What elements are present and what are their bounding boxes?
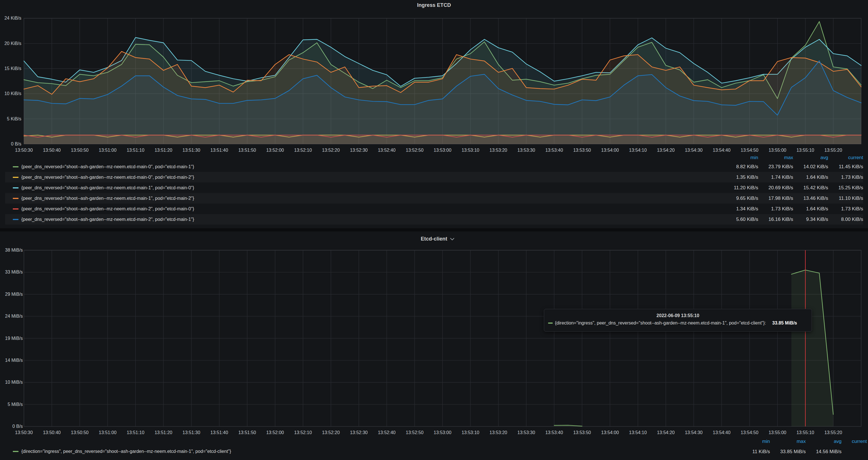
x-axis-tick-label: 13:50:40 <box>43 148 61 153</box>
x-axis-tick-label: 13:52:50 <box>406 148 424 153</box>
x-axis-tick-label: 13:54:30 <box>685 148 702 153</box>
legend-table: minmaxavgcurrent{direction="ingress", pe… <box>5 439 867 460</box>
legend-header-current[interactable]: current <box>828 155 863 161</box>
legend-header-avg[interactable]: avg <box>793 155 828 161</box>
x-axis-tick-label: 13:51:50 <box>238 148 256 153</box>
legend-stat-value: 8.00 KiB/s <box>828 214 863 224</box>
x-axis-tick-label: 13:53:00 <box>434 148 452 153</box>
legend-stat-value: 11.20 KiB/s <box>723 182 758 193</box>
x-axis-tick-label: 13:52:30 <box>350 430 368 435</box>
x-axis-tick-label: 13:54:50 <box>741 148 758 153</box>
legend-stat-value: 15.25 KiB/s <box>828 182 863 193</box>
legend-header-max[interactable]: max <box>758 155 793 161</box>
legend-stat-value: 1.64 KiB/s <box>793 172 828 182</box>
legend-row: {peer_dns_reversed="shoot--ash-garden--m… <box>5 161 863 172</box>
legend-series-dash-icon[interactable] <box>13 187 19 188</box>
x-axis-tick-label: 13:50:30 <box>15 148 33 153</box>
x-axis-tick-label: 13:52:30 <box>350 148 368 153</box>
y-axis-tick-label: 14 MiB/s <box>0 358 23 363</box>
legend-stat-value: 17.98 KiB/s <box>758 193 793 204</box>
x-axis-tick-label: 13:54:10 <box>629 430 647 435</box>
legend-stat-value: 1.73 KiB/s <box>828 172 863 182</box>
y-axis-tick-label: 0 B/s <box>0 142 21 146</box>
graph-tooltip: 2022-06-09 13:55:10 {direction="ingress"… <box>544 309 812 332</box>
legend-ingress-etcd: minmaxavgcurrent{peer_dns_reversed="shoo… <box>5 155 863 224</box>
legend-header-avg[interactable]: avg <box>806 439 841 445</box>
legend-stat-value: 9.34 KiB/s <box>793 214 828 224</box>
x-axis-tick-label: 13:55:00 <box>769 430 786 435</box>
x-axis-tick-label: 13:54:00 <box>601 148 619 153</box>
legend-header-current[interactable]: current <box>841 439 867 445</box>
x-axis-tick-label: 13:51:10 <box>127 430 144 435</box>
legend-header-min[interactable]: min <box>742 439 770 445</box>
y-axis-tick-label: 29 MiB/s <box>0 292 23 297</box>
x-axis-tick-label: 13:53:10 <box>462 430 479 435</box>
x-axis-tick-label: 13:52:40 <box>378 430 396 435</box>
legend-row: {direction="ingress", peer_dns_reversed=… <box>5 445 867 460</box>
legend-stat-value <box>841 445 867 460</box>
legend-series-dash-icon[interactable] <box>13 177 19 178</box>
legend-stat-value: 20.69 KiB/s <box>758 182 793 193</box>
x-axis-tick-label: 13:51:50 <box>238 430 256 435</box>
legend-series-label[interactable]: {direction="ingress", peer_dns_reversed=… <box>21 449 231 454</box>
x-axis-tick-label: 13:55:00 <box>769 148 786 153</box>
x-axis-tick-label: 13:51:40 <box>210 430 228 435</box>
x-axis-tick-label: 13:53:30 <box>517 430 535 435</box>
legend-stat-value: 1.34 KiB/s <box>723 204 758 214</box>
legend-series-dash-icon[interactable] <box>13 198 19 199</box>
x-axis-tick-label: 13:50:50 <box>71 430 89 435</box>
legend-stat-value: 5.60 KiB/s <box>723 214 758 224</box>
legend-table: minmaxavgcurrent{peer_dns_reversed="shoo… <box>5 155 863 224</box>
y-axis-tick-label: 24 KiB/s <box>0 16 21 21</box>
legend-header-max[interactable]: max <box>770 439 806 445</box>
x-axis-tick-label: 13:54:20 <box>657 148 675 153</box>
legend-stat-value: 1.35 KiB/s <box>723 172 758 182</box>
legend-series-label[interactable]: {peer_dns_reversed="shoot--ash-garden--m… <box>21 185 194 190</box>
x-axis-tick-label: 13:52:20 <box>322 430 340 435</box>
x-axis-tick-label: 13:53:10 <box>462 148 479 153</box>
legend-series-label[interactable]: {peer_dns_reversed="shoot--ash-garden--m… <box>21 164 194 170</box>
x-axis-tick-label: 13:54:40 <box>713 430 731 435</box>
legend-stat-value: 16.16 KiB/s <box>758 214 793 224</box>
tooltip-series-value: 33.85 MiB/s <box>772 320 797 326</box>
legend-series-label[interactable]: {peer_dns_reversed="shoot--ash-garden--m… <box>21 217 194 222</box>
legend-header-row: minmaxavgcurrent <box>5 155 863 161</box>
etcd-client-chart[interactable] <box>0 232 868 460</box>
x-axis-tick-label: 13:55:10 <box>797 148 814 153</box>
x-axis-tick-label: 13:52:20 <box>322 148 340 153</box>
legend-series-label[interactable]: {peer_dns_reversed="shoot--ash-garden--m… <box>21 175 194 180</box>
x-axis-tick-label: 13:54:00 <box>601 430 619 435</box>
y-axis-tick-label: 15 KiB/s <box>0 66 21 71</box>
x-axis-tick-label: 13:51:00 <box>99 148 116 153</box>
x-axis-tick-label: 13:53:50 <box>573 148 591 153</box>
legend-row: {peer_dns_reversed="shoot--ash-garden--m… <box>5 182 863 193</box>
x-axis-tick-label: 13:52:40 <box>378 148 396 153</box>
legend-stat-value: 11.45 KiB/s <box>828 161 863 172</box>
x-axis-tick-label: 13:50:30 <box>15 430 33 435</box>
x-axis-tick-label: 13:51:20 <box>155 430 172 435</box>
y-axis-tick-label: 19 MiB/s <box>0 336 23 341</box>
y-axis-tick-label: 10 MiB/s <box>0 380 23 385</box>
legend-stat-value: 1.74 KiB/s <box>758 172 793 182</box>
x-axis-tick-label: 13:53:40 <box>545 148 563 153</box>
legend-stat-value: 1.73 KiB/s <box>758 204 793 214</box>
x-axis-tick-label: 13:51:30 <box>182 430 200 435</box>
legend-series-dash-icon[interactable] <box>13 219 19 220</box>
legend-row: {peer_dns_reversed="shoot--ash-garden--m… <box>5 172 863 182</box>
legend-series-dash-icon[interactable] <box>13 208 19 210</box>
tooltip-series-label: {direction="ingress", peer_dns_reversed=… <box>555 320 766 326</box>
legend-series-label[interactable]: {peer_dns_reversed="shoot--ash-garden--m… <box>21 206 194 212</box>
legend-stat-value: 14.56 MiB/s <box>806 445 841 460</box>
legend-stat-value: 15.42 KiB/s <box>793 182 828 193</box>
legend-series-dash-icon[interactable] <box>13 166 19 167</box>
legend-series-dash-icon[interactable] <box>13 451 19 452</box>
x-axis-tick-label: 13:54:20 <box>657 430 675 435</box>
x-axis-tick-label: 13:54:40 <box>713 148 731 153</box>
legend-stat-value: 8.82 KiB/s <box>723 161 758 172</box>
x-axis-tick-label: 13:54:30 <box>685 430 702 435</box>
x-axis-tick-label: 13:53:00 <box>434 430 452 435</box>
legend-series-label[interactable]: {peer_dns_reversed="shoot--ash-garden--m… <box>21 196 194 201</box>
y-axis-tick-label: 10 KiB/s <box>0 91 21 96</box>
legend-header-min[interactable]: min <box>723 155 758 161</box>
x-axis-tick-label: 13:51:30 <box>182 148 200 153</box>
